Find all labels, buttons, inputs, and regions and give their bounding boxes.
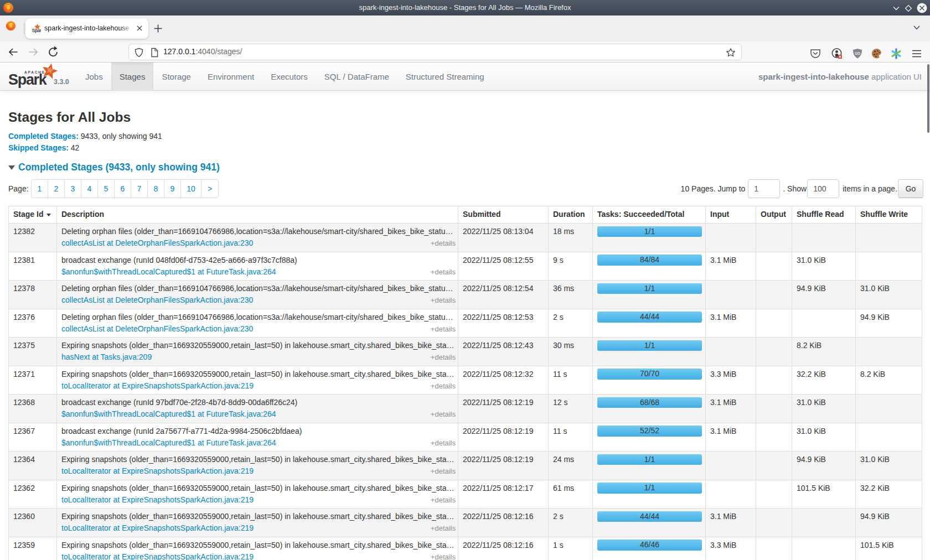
svg-text:UO: UO: [855, 51, 860, 55]
svg-text:Spark: Spark: [32, 28, 42, 33]
svg-text:Spark: Spark: [8, 71, 48, 88]
